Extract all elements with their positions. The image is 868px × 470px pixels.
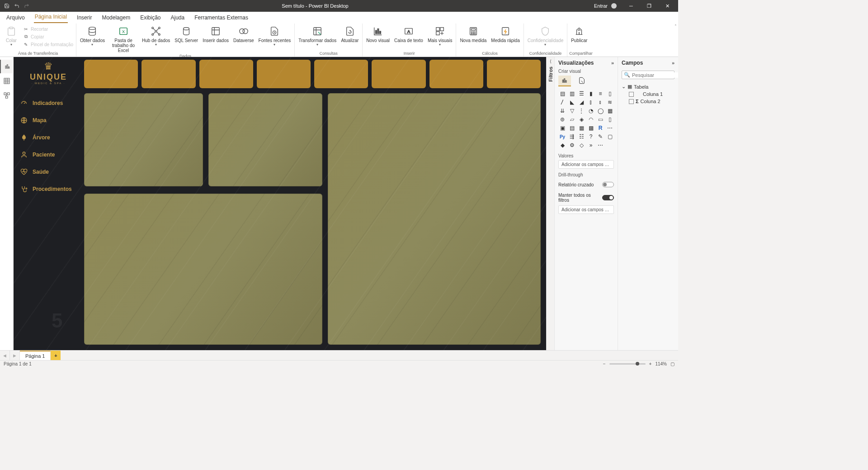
zoom-slider[interactable] <box>609 363 646 365</box>
nav-arvore[interactable]: Árvore <box>14 129 83 146</box>
nav-indicadores[interactable]: Indicadores <box>14 95 83 112</box>
viz-clustered-column-icon[interactable]: ▮ <box>587 90 595 97</box>
card-tile[interactable] <box>314 60 368 88</box>
viz-donut-icon[interactable]: ◯ <box>596 107 604 114</box>
excel-workbook-button[interactable]: XPasta de trabalho do Excel <box>108 24 139 54</box>
cross-report-toggle[interactable] <box>602 182 614 187</box>
model-view-button[interactable] <box>0 89 14 102</box>
viz-line-column-icon[interactable]: ⫿ <box>587 99 595 106</box>
build-visual-mode-button[interactable] <box>558 76 571 86</box>
viz-multi-card-icon[interactable]: ▯ <box>606 116 614 123</box>
expand-filters-icon[interactable]: ⟨ <box>550 59 552 64</box>
card-tile[interactable] <box>142 60 195 88</box>
redo-icon[interactable] <box>24 3 30 9</box>
nav-paciente[interactable]: Paciente <box>14 146 83 163</box>
collapse-panel-icon[interactable]: » <box>672 60 675 66</box>
viz-ribbon-icon[interactable]: ≋ <box>606 99 614 106</box>
viz-paginated-icon[interactable]: ▢ <box>606 133 614 140</box>
viz-r-icon[interactable]: R <box>596 124 604 132</box>
values-field-well[interactable]: Adicionar os campos de da... <box>558 160 614 169</box>
save-icon[interactable] <box>4 3 10 9</box>
field-checkbox[interactable] <box>629 99 634 104</box>
report-canvas[interactable]: ♛ UNIQUE · MEDIC & SPA · Indicadores Map… <box>14 57 546 350</box>
viz-line-icon[interactable]: 〳 <box>558 99 566 106</box>
more-visuals-button[interactable]: Mais visuais▾ <box>426 24 454 48</box>
card-tile[interactable] <box>199 60 253 88</box>
report-view-button[interactable] <box>0 60 14 73</box>
tab-external-tools[interactable]: Ferramentas Externas <box>193 13 249 23</box>
viz-table-icon[interactable]: ▦ <box>577 124 585 132</box>
keep-filters-toggle[interactable] <box>602 195 614 200</box>
viz-more-icon[interactable]: ⋯ <box>606 124 614 132</box>
tab-help[interactable]: Ajuda <box>170 13 185 23</box>
new-visual-button[interactable]: Novo visual <box>364 24 392 44</box>
viz-scatter-icon[interactable]: ⋮ <box>577 107 585 114</box>
field-row[interactable]: ΣColuna 2 <box>622 98 675 105</box>
viz-decomp-tree-icon[interactable]: ☷ <box>577 133 585 140</box>
nav-mapa[interactable]: Mapa <box>14 112 83 129</box>
tab-insert[interactable]: Inserir <box>76 13 93 23</box>
maximize-button[interactable]: ❐ <box>641 0 657 12</box>
viz-map-icon[interactable]: ⊚ <box>558 116 566 123</box>
fields-search-input[interactable] <box>632 72 678 78</box>
get-data-button[interactable]: Obter dados▾ <box>78 24 107 48</box>
visual-tile[interactable] <box>84 93 203 186</box>
visual-tile[interactable] <box>328 93 541 345</box>
nav-saude[interactable]: Saúde <box>14 163 83 180</box>
collapse-panel-icon[interactable]: » <box>611 60 614 66</box>
viz-pie-icon[interactable]: ◔ <box>587 107 595 114</box>
undo-icon[interactable] <box>14 3 20 9</box>
format-visual-mode-button[interactable] <box>576 76 588 86</box>
viz-card-icon[interactable]: ▭ <box>596 116 604 123</box>
viz-get-more-icon[interactable]: ⋯ <box>596 142 604 149</box>
zoom-out-button[interactable]: − <box>603 361 606 366</box>
viz-waterfall-icon[interactable]: ⇊ <box>558 107 566 114</box>
viz-line-clustered-icon[interactable]: ⫾ <box>596 99 604 106</box>
text-box-button[interactable]: ACaixa de texto <box>392 24 425 44</box>
avatar[interactable] <box>611 3 617 9</box>
fit-page-icon[interactable]: ▢ <box>670 361 675 366</box>
page-tab[interactable]: Página 1 <box>20 351 51 360</box>
card-tile[interactable] <box>84 60 138 88</box>
data-view-button[interactable] <box>0 74 14 88</box>
filters-collapsed-rail[interactable]: ⟨ Filtros <box>546 57 554 350</box>
viz-clustered-bar-icon[interactable]: ☰ <box>577 90 585 97</box>
viz-narrative-icon[interactable]: ✎ <box>596 133 604 140</box>
viz-100-column-icon[interactable]: ▯ <box>606 90 614 97</box>
quick-measure-button[interactable]: Medida rápida <box>489 24 521 44</box>
refresh-button[interactable]: Atualizar <box>339 24 360 44</box>
viz-100-bar-icon[interactable]: ≡ <box>596 90 604 97</box>
viz-key-influencers-icon[interactable]: ⇶ <box>568 133 576 140</box>
tab-modeling[interactable]: Modelagem <box>101 13 131 23</box>
viz-shape-map-icon[interactable]: ◈ <box>577 116 585 123</box>
table-node[interactable]: ⌄▦Tabela <box>622 83 675 90</box>
viz-slicer-icon[interactable]: ▤ <box>568 124 576 132</box>
viz-stacked-bar-icon[interactable]: ▤ <box>558 90 566 97</box>
viz-treemap-icon[interactable]: ▦ <box>606 107 614 114</box>
sql-server-button[interactable]: SQL Server <box>173 24 200 44</box>
viz-powerapps-icon[interactable]: ◆ <box>558 142 566 149</box>
card-tile[interactable] <box>372 60 425 88</box>
card-tile[interactable] <box>257 60 311 88</box>
tab-file[interactable]: Arquivo <box>5 13 26 23</box>
page-prev-button[interactable]: ◄ <box>0 351 10 360</box>
viz-custom2-icon[interactable]: » <box>587 142 595 149</box>
viz-qna-icon[interactable]: ? <box>587 133 595 140</box>
tab-view[interactable]: Exibição <box>139 13 161 23</box>
publish-button[interactable]: Publicar <box>569 24 589 44</box>
viz-stacked-column-icon[interactable]: ▥ <box>568 90 576 97</box>
card-tile[interactable] <box>487 60 541 88</box>
tab-home[interactable]: Página Inicial <box>34 12 68 23</box>
visual-tile[interactable] <box>84 194 322 345</box>
enter-data-button[interactable]: Inserir dados <box>201 24 231 44</box>
viz-kpi-icon[interactable]: ▣ <box>558 124 566 132</box>
fields-search[interactable]: 🔍 <box>622 71 675 79</box>
viz-filled-map-icon[interactable]: ▱ <box>568 116 576 123</box>
zoom-in-button[interactable]: + <box>649 361 652 366</box>
field-checkbox[interactable] <box>629 92 634 97</box>
page-next-button[interactable]: ► <box>10 351 20 360</box>
field-row[interactable]: Coluna 1 <box>622 90 675 98</box>
minimize-button[interactable]: ─ <box>623 0 639 12</box>
card-tile[interactable] <box>429 60 483 88</box>
viz-stacked-area-icon[interactable]: ◢ <box>577 99 585 106</box>
